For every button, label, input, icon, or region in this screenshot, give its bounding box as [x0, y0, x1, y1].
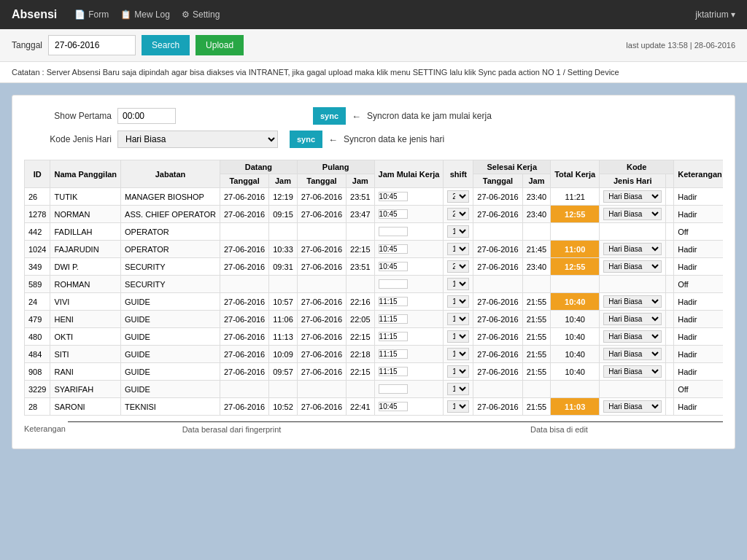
cell-id: 349 [25, 258, 50, 276]
cell-jam-mulai[interactable] [374, 381, 444, 398]
cell-jam-mulai[interactable] [374, 223, 444, 241]
sync-button-1[interactable]: sync [313, 107, 346, 125]
cell-jam-mulai[interactable] [374, 293, 444, 311]
cell-nama: OKTI [50, 328, 121, 346]
shift-select[interactable]: 1 123 [447, 365, 469, 378]
jenis-hari-select[interactable]: Hari BiasaHari BiasaHari Libur [603, 295, 662, 308]
shift-select[interactable]: 1 123 [447, 348, 469, 360]
cell-jenis-hari[interactable]: Hari BiasaHari BiasaHari Libur [600, 328, 666, 346]
shift-select[interactable]: 1 123 [447, 225, 469, 238]
cell-nama: SYARIFAH [50, 381, 121, 398]
cell-datang-jam: 09:31 [269, 258, 298, 276]
cell-sel-jam: 21:55 [522, 346, 551, 363]
jenis-hari-select[interactable]: Hari BiasaHari BiasaHari Libur [603, 313, 662, 325]
cell-jenis-hari[interactable]: Hari BiasaHari BiasaHari Libur [600, 311, 666, 328]
cell-sel-jam: 21:55 [522, 363, 551, 381]
shift-select[interactable]: 2 123 [447, 208, 469, 220]
shift-select[interactable]: 1 123 [447, 383, 469, 395]
cell-shift[interactable]: 1 123 [444, 381, 473, 398]
shift-select[interactable]: 1 123 [447, 400, 469, 413]
cell-jenis-hari[interactable]: Hari BiasaHari BiasaHari Libur [600, 241, 666, 258]
cell-jam-mulai[interactable] [374, 328, 444, 346]
footer-legend: Keterangan Data berasal dari fingerprint… [24, 421, 723, 437]
cell-jam-mulai[interactable] [374, 206, 444, 223]
table-row: 1024 FAJARUDIN OPERATOR 27-06-2016 10:33… [25, 241, 724, 258]
cell-shift[interactable]: 1 123 [444, 363, 473, 381]
cell-shift[interactable]: 2 123 [444, 206, 473, 223]
upload-button[interactable]: Upload [196, 35, 244, 55]
cell-datang-tgl: 27-06-2016 [220, 258, 268, 276]
sync-arrow-2: ← [328, 134, 338, 145]
cell-kode-blank [666, 241, 674, 258]
cell-jam-mulai[interactable] [374, 258, 444, 276]
cell-shift[interactable]: 1 123 [444, 398, 473, 416]
kode-jenis-hari-select[interactable]: Hari Biasa Hari Libur [117, 131, 278, 148]
cell-jam-mulai[interactable] [374, 346, 444, 363]
kode-jenis-hari-label: Kode Jenis Hari [24, 134, 112, 144]
cell-shift[interactable]: 1 123 [444, 311, 473, 328]
cell-nama: DWI P. [50, 258, 121, 276]
cell-pulang-tgl: 27-06-2016 [297, 188, 346, 206]
shift-select[interactable]: 1 123 [447, 330, 469, 343]
cell-datang-tgl: 27-06-2016 [220, 188, 268, 206]
sync-button-2[interactable]: sync [290, 131, 322, 148]
shift-select[interactable]: 1 123 [447, 313, 469, 325]
jenis-hari-select[interactable]: Hari BiasaHari BiasaHari Libur [603, 190, 662, 203]
main-card: Show Pertama sync ← Syncron data ke jam … [12, 95, 735, 449]
search-button[interactable]: Search [142, 35, 190, 55]
cell-jenis-hari[interactable] [600, 223, 666, 241]
show-pertama-input[interactable] [117, 108, 176, 124]
jenis-hari-select[interactable]: Hari BiasaHari BiasaHari Libur [603, 208, 662, 220]
shift-select[interactable]: 1 123 [447, 278, 469, 290]
cell-jenis-hari[interactable] [600, 381, 666, 398]
cell-sel-jam: 21:55 [522, 293, 551, 311]
cell-jam-mulai[interactable] [374, 188, 444, 206]
cell-shift[interactable]: 1 123 [444, 223, 473, 241]
cell-shift[interactable]: 1 123 [444, 293, 473, 311]
jenis-hari-select[interactable]: Hari BiasaHari BiasaHari Libur [603, 400, 662, 413]
shift-select[interactable]: 2 123 [447, 260, 469, 273]
jenis-hari-select[interactable]: Hari BiasaHari BiasaHari Libur [603, 330, 662, 343]
table-row: 1278 NORMAN ASS. CHIEF OPERATOR 27-06-20… [25, 206, 724, 223]
cell-jam-mulai[interactable] [374, 363, 444, 381]
cell-jenis-hari[interactable]: Hari BiasaHari BiasaHari Libur [600, 398, 666, 416]
cell-jenis-hari[interactable]: Hari BiasaHari BiasaHari Libur [600, 206, 666, 223]
user-menu[interactable]: jktatrium ▾ [695, 9, 735, 20]
cell-jenis-hari[interactable]: Hari BiasaHari BiasaHari Libur [600, 293, 666, 311]
cell-shift[interactable]: 1 123 [444, 241, 473, 258]
cell-jenis-hari[interactable]: Hari BiasaHari BiasaHari Libur [600, 363, 666, 381]
cell-shift[interactable]: 2 123 [444, 188, 473, 206]
cell-id: 479 [25, 311, 50, 328]
cell-jenis-hari[interactable]: Hari BiasaHari BiasaHari Libur [600, 346, 666, 363]
table-row: 479 HENI GUIDE 27-06-2016 11:06 27-06-20… [25, 311, 724, 328]
nav-setting[interactable]: ⚙ Setting [182, 9, 220, 20]
nav-form[interactable]: 📄 Form [74, 9, 109, 20]
cell-shift[interactable]: 1 123 [444, 276, 473, 293]
cell-jam-mulai[interactable] [374, 398, 444, 416]
cell-shift[interactable]: 1 123 [444, 328, 473, 346]
shift-select[interactable]: 1 123 [447, 295, 469, 308]
sync-desc-2: Syncron data ke jenis hari [344, 134, 444, 144]
cell-jenis-hari[interactable]: Hari BiasaHari BiasaHari Libur [600, 258, 666, 276]
cell-keterangan: Hadir [674, 398, 723, 416]
jenis-hari-select[interactable]: Hari BiasaHari BiasaHari Libur [603, 365, 662, 378]
nav-mewlog[interactable]: 📋 Mew Log [120, 9, 170, 20]
cell-shift[interactable]: 2 123 [444, 258, 473, 276]
cell-sel-tgl: 27-06-2016 [473, 398, 522, 416]
cell-jenis-hari[interactable] [600, 276, 666, 293]
cell-pulang-tgl: 27-06-2016 [297, 311, 346, 328]
cell-pulang-jam: 22:15 [347, 363, 375, 381]
cell-pulang-jam [347, 381, 375, 398]
tanggal-input[interactable] [48, 35, 136, 55]
cell-jam-mulai[interactable] [374, 311, 444, 328]
cell-jenis-hari[interactable]: Hari BiasaHari BiasaHari Libur [600, 188, 666, 206]
cell-datang-tgl: 27-06-2016 [220, 206, 268, 223]
cell-shift[interactable]: 1 123 [444, 346, 473, 363]
cell-jam-mulai[interactable] [374, 241, 444, 258]
jenis-hari-select[interactable]: Hari BiasaHari BiasaHari Libur [603, 243, 662, 255]
jenis-hari-select[interactable]: Hari BiasaHari BiasaHari Libur [603, 348, 662, 360]
jenis-hari-select[interactable]: Hari BiasaHari BiasaHari Libur [603, 260, 662, 273]
shift-select[interactable]: 2 123 [447, 190, 469, 203]
cell-jam-mulai[interactable] [374, 276, 444, 293]
shift-select[interactable]: 1 123 [447, 243, 469, 255]
